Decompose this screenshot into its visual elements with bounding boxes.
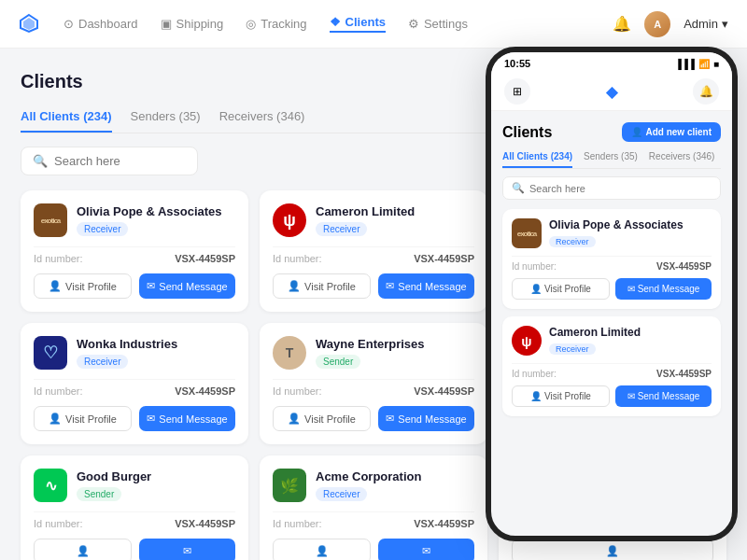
mobile-content: Clients 👤 Add new client All Clients (23… <box>491 111 732 520</box>
mobile-card-info: Cameron Limited Receiver <box>549 326 641 356</box>
page-title: Clients <box>21 71 83 92</box>
status-badge: Receiver <box>316 222 367 236</box>
mobile-search[interactable]: 🔍 <box>502 176 721 200</box>
send-message-button[interactable]: ✉ <box>139 539 235 560</box>
visit-profile-button[interactable]: 👤 Visit Profile <box>34 273 132 299</box>
mobile-card-id: Id number: VSX-4459SP <box>512 256 712 272</box>
tracking-icon: ◎ <box>246 17 256 31</box>
profile-icon: 👤 <box>49 280 62 292</box>
status-badge: Receiver <box>77 222 128 236</box>
card-id-row: Id number: VSX-4459SP <box>273 246 474 264</box>
card-actions: 👤 Visit Profile ✉ Send Message <box>273 406 474 431</box>
message-icon: ✉ <box>147 280 155 292</box>
signal-icon: ▐▐▐ <box>675 59 695 69</box>
nav-right: 🔔 A Admin ▾ <box>613 11 728 37</box>
avatar: ∿ <box>34 469 67 502</box>
mobile-tabs: All Clients (234) Senders (35) Receivers… <box>502 151 721 169</box>
status-badge: Receiver <box>549 343 596 355</box>
avatar: T <box>273 336 306 370</box>
search-icon: 🔍 <box>33 154 48 168</box>
send-message-button[interactable]: ✉ Send Message <box>139 273 235 299</box>
card-id-row: Id number: VSX-4459SP <box>34 246 235 264</box>
mobile-logo-icon: ◆ <box>606 83 617 101</box>
search-box[interactable]: 🔍 <box>21 147 198 175</box>
mobile-send-message-button[interactable]: ✉ Send Message <box>615 385 712 407</box>
visit-profile-button[interactable]: 👤 Visit Profile <box>273 273 371 299</box>
card-top: ψ Cameron Limited Receiver <box>273 203 474 237</box>
nav-shipping[interactable]: ▣ Shipping <box>161 17 224 31</box>
mobile-send-message-button[interactable]: ✉ Send Message <box>615 278 712 300</box>
bell-icon[interactable]: 🔔 <box>613 15 631 33</box>
mobile-visit-profile-button[interactable]: 👤 Visit Profile <box>512 385 610 407</box>
mobile-bell-icon[interactable]: 🔔 <box>693 78 719 105</box>
mobile-tab-receivers[interactable]: Receivers (346) <box>649 151 715 168</box>
mobile-client-card: exotica Olivia Pope & Associates Receive… <box>502 209 721 309</box>
visit-profile-button[interactable]: 👤 Visit Profile <box>273 406 371 431</box>
mobile-add-client-button[interactable]: 👤 Add new client <box>622 122 721 142</box>
nav-settings[interactable]: ⚙ Settings <box>408 17 468 31</box>
card-actions: 👤 <box>512 539 713 560</box>
chevron-down-icon: ▾ <box>722 17 728 31</box>
wifi-icon: 📶 <box>698 59 710 69</box>
mobile-card-actions: 👤 Visit Profile ✉ Send Message <box>512 385 712 407</box>
visit-profile-button[interactable]: 👤 <box>34 539 132 560</box>
profile-icon: 👤 <box>77 545 90 557</box>
profile-icon: 👤 <box>530 391 542 401</box>
mobile-card-top: ψ Cameron Limited Receiver <box>512 326 712 356</box>
tab-senders[interactable]: Senders (35) <box>131 109 201 133</box>
client-card: 🌿 Acme Corporation Receiver Id number: V… <box>260 455 487 560</box>
card-id-row: Id number: VSX-4459SP <box>273 379 474 397</box>
battery-icon: ■ <box>713 59 719 69</box>
add-icon: 👤 <box>631 127 642 137</box>
visit-profile-button[interactable]: 👤 <box>512 539 713 560</box>
card-top: exotica Olivia Pope & Associates Receive… <box>34 203 235 237</box>
card-info: Acme Corporation Receiver <box>316 469 421 502</box>
card-info: Cameron Limited Receiver <box>316 204 415 237</box>
avatar: exotica <box>34 203 67 237</box>
mobile-app-bar: ⊞ ◆ 🔔 <box>491 73 732 111</box>
nav-items: ⊙ Dashboard ▣ Shipping ◎ Tracking ❖ Clie… <box>63 15 613 33</box>
card-top: ∿ Good Burger Sender <box>34 469 235 502</box>
card-info: Wonka Industries Receiver <box>77 337 177 370</box>
avatar: ψ <box>512 326 542 356</box>
nav-dashboard[interactable]: ⊙ Dashboard <box>63 17 138 31</box>
send-message-button[interactable]: ✉ Send Message <box>139 406 235 431</box>
nav-clients[interactable]: ❖ Clients <box>330 15 386 33</box>
admin-menu[interactable]: Admin ▾ <box>684 17 728 31</box>
mobile-status-icons: ▐▐▐ 📶 ■ <box>675 59 719 69</box>
visit-profile-button[interactable]: 👤 Visit Profile <box>34 406 132 431</box>
mobile-search-input[interactable] <box>529 183 712 194</box>
search-input[interactable] <box>54 154 186 168</box>
clients-icon: ❖ <box>330 15 341 29</box>
tab-all-clients[interactable]: All Clients (234) <box>21 109 112 133</box>
card-actions: 👤 ✉ <box>34 539 235 560</box>
profile-icon: 👤 <box>288 280 301 292</box>
send-message-button[interactable]: ✉ Send Message <box>378 273 474 299</box>
status-badge: Sender <box>316 355 360 369</box>
client-card: exotica Olivia Pope & Associates Receive… <box>21 190 248 312</box>
card-actions: 👤 Visit Profile ✉ Send Message <box>34 406 235 431</box>
client-card: T Wayne Enterprises Sender Id number: VS… <box>260 323 487 444</box>
card-id-row: Id number: VSX-4459SP <box>34 511 235 529</box>
dashboard-icon: ⊙ <box>63 17 74 31</box>
send-message-button[interactable]: ✉ <box>378 539 474 560</box>
card-info: Wayne Enterprises Sender <box>316 337 425 370</box>
card-top: T Wayne Enterprises Sender <box>273 336 474 370</box>
card-actions: 👤 Visit Profile ✉ Send Message <box>34 273 235 299</box>
visit-profile-button[interactable]: 👤 <box>273 539 371 560</box>
send-message-button[interactable]: ✉ Send Message <box>378 406 474 431</box>
mobile-tab-senders[interactable]: Senders (35) <box>584 151 638 168</box>
mobile-tab-all[interactable]: All Clients (234) <box>502 151 572 168</box>
profile-icon: 👤 <box>606 545 619 557</box>
status-badge: Receiver <box>77 355 128 369</box>
tab-receivers[interactable]: Receivers (346) <box>219 109 305 133</box>
nav-tracking[interactable]: ◎ Tracking <box>246 17 306 31</box>
message-icon: ✉ <box>422 545 430 557</box>
app-logo <box>19 13 41 35</box>
status-badge: Receiver <box>549 236 596 247</box>
mobile-grid-icon[interactable]: ⊞ <box>504 78 530 105</box>
card-id-row: Id number: VSX-4459SP <box>273 511 474 529</box>
status-badge: Sender <box>77 487 121 501</box>
mobile-visit-profile-button[interactable]: 👤 Visit Profile <box>512 278 610 300</box>
message-icon: ✉ <box>627 391 635 401</box>
